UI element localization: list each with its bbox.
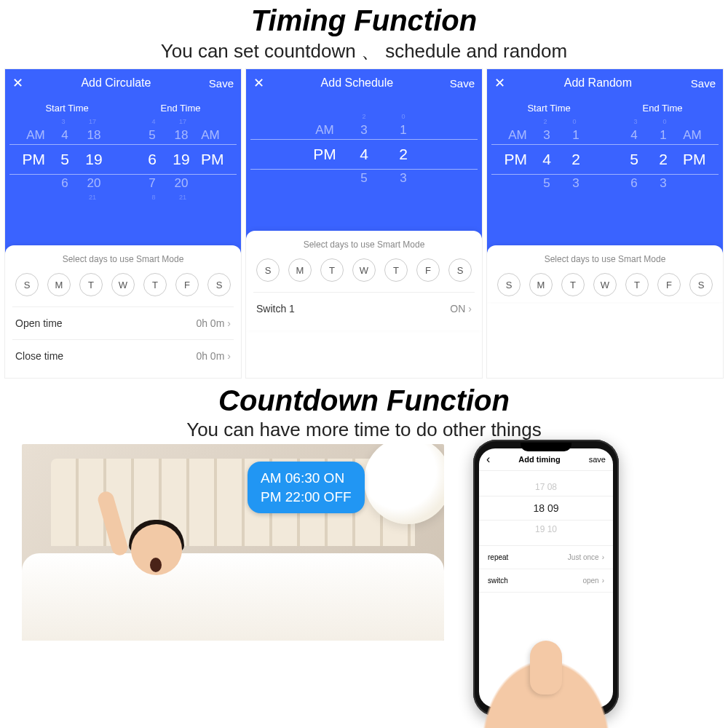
day-s2[interactable]: S — [207, 273, 231, 296]
close-time-row[interactable]: Close time 0h 0m› — [12, 339, 234, 372]
picker-row-selected: 18 09 — [479, 496, 613, 521]
repeat-row[interactable]: repeat Just once› — [479, 546, 613, 569]
day-s[interactable]: S — [497, 273, 521, 296]
day-t[interactable]: T — [561, 273, 585, 296]
countdown-section: Countdown Function You can have more tim… — [0, 380, 728, 724]
thumb-illustration — [530, 641, 562, 695]
timing-subtitle: You can set countdown 、 schedule and ran… — [0, 39, 728, 64]
smart-mode-card: Select days to use Smart Mode S M T W T … — [5, 245, 241, 378]
day-t[interactable]: T — [320, 258, 344, 282]
start-time-label: Start Time — [45, 103, 88, 114]
repeat-label: repeat — [488, 553, 508, 561]
picker-row: 17 08 — [479, 478, 613, 496]
card-label: Select days to use Smart Mode — [494, 254, 716, 264]
phone-save-button[interactable]: save — [589, 455, 606, 464]
lifestyle-photo: AM 06:30 ON PM 22:00 OFF — [22, 444, 444, 641]
day-m[interactable]: M — [288, 258, 312, 282]
open-time-label: Open time — [15, 317, 63, 329]
save-button[interactable]: Save — [209, 77, 234, 90]
chevron-right-icon: › — [227, 350, 231, 362]
picker-row: AM418 518AM — [9, 127, 237, 144]
day-t[interactable]: T — [79, 273, 103, 296]
open-time-row[interactable]: Open time 0h 0m› — [12, 306, 234, 339]
picker-row: AM31 41AM — [491, 127, 719, 144]
chevron-right-icon: › — [602, 553, 604, 561]
day-s2[interactable]: S — [448, 258, 472, 282]
countdown-title: Countdown Function — [0, 380, 728, 417]
day-selector: S M T W T F S — [12, 273, 234, 296]
screen-title: Add Circulate — [23, 76, 209, 90]
picker-row-selected: PM42 — [250, 139, 478, 170]
day-selector: S M T W T F S — [494, 273, 716, 296]
day-selector: S M T W T F S — [253, 258, 475, 282]
smart-mode-card: Select days to use Smart Mode S M T W T … — [246, 231, 482, 331]
back-icon[interactable]: ‹ — [486, 453, 490, 466]
picker-row: 20 — [250, 111, 478, 122]
screen-title: Add Schedule — [264, 76, 450, 90]
schedule-bubble: AM 06:30 ON PM 22:00 OFF — [248, 462, 365, 513]
card-label: Select days to use Smart Mode — [12, 254, 234, 264]
timing-title: Timing Function — [0, 0, 728, 37]
picker-row-selected: PM519 619PM — [9, 144, 237, 175]
day-t2[interactable]: T — [143, 273, 167, 296]
day-f[interactable]: F — [175, 273, 199, 296]
day-w[interactable]: W — [111, 273, 135, 296]
picker-row: 53 — [250, 170, 478, 187]
day-t2[interactable]: T — [625, 273, 649, 296]
day-s[interactable]: S — [256, 258, 280, 282]
screen-circulate: ✕ Add Circulate Save Start Time End Time… — [4, 68, 242, 379]
switch-label: switch — [488, 577, 508, 585]
day-w[interactable]: W — [352, 258, 376, 282]
close-time-label: Close time — [15, 350, 63, 362]
time-picker-dual[interactable]: Start Time End Time 317 417 AM418 518AM … — [5, 97, 241, 257]
phone-title: Add timing — [518, 455, 560, 464]
picker-row: 20 30 — [491, 116, 719, 127]
chevron-right-icon: › — [602, 577, 604, 585]
switch-row[interactable]: switch open› — [479, 569, 613, 593]
day-m[interactable]: M — [529, 273, 553, 296]
time-picker-dual[interactable]: Start Time End Time 20 30 AM31 41AM PM42… — [487, 97, 723, 257]
day-s2[interactable]: S — [689, 273, 713, 296]
close-icon[interactable]: ✕ — [12, 75, 23, 91]
day-f[interactable]: F — [657, 273, 681, 296]
chevron-right-icon: › — [227, 317, 231, 329]
phone-time-picker[interactable]: 17 08 18 09 19 10 — [479, 471, 613, 546]
picker-row: AM31 — [250, 122, 478, 139]
day-f[interactable]: F — [416, 258, 440, 282]
day-w[interactable]: W — [593, 273, 617, 296]
save-button[interactable]: Save — [691, 77, 716, 90]
picker-row: 21 821 — [9, 192, 237, 202]
save-button[interactable]: Save — [450, 77, 475, 90]
screens-row: ✕ Add Circulate Save Start Time End Time… — [0, 64, 728, 379]
screen-title: Add Random — [505, 76, 691, 90]
screen-schedule: ✕ Add Schedule Save 20 AM31 PM42 53 Sele… — [245, 68, 483, 379]
time-picker[interactable]: 20 AM31 PM42 53 — [246, 97, 482, 242]
day-s[interactable]: S — [15, 273, 39, 296]
day-t2[interactable]: T — [384, 258, 408, 282]
picker-row-selected: PM42 52PM — [491, 144, 719, 175]
picker-row: 620 720 — [9, 175, 237, 192]
bubble-line2: PM 22:00 OFF — [261, 488, 352, 507]
end-time-label: End Time — [643, 103, 683, 114]
chevron-right-icon: › — [468, 303, 472, 314]
start-time-label: Start Time — [527, 103, 570, 114]
switch-label: Switch 1 — [256, 303, 295, 314]
bubble-line1: AM 06:30 ON — [261, 469, 352, 488]
day-m[interactable]: M — [47, 273, 71, 296]
close-icon[interactable]: ✕ — [494, 75, 505, 91]
end-time-label: End Time — [161, 103, 201, 114]
card-label: Select days to use Smart Mode — [253, 240, 475, 250]
picker-row: 19 10 — [479, 521, 613, 538]
screen-random: ✕ Add Random Save Start Time End Time 20… — [486, 68, 724, 379]
countdown-subtitle: You can have more time to do other thing… — [0, 419, 728, 441]
switch-row[interactable]: Switch 1 ON› — [253, 292, 475, 325]
phone-mockup: ‹ Add timing save 17 08 18 09 19 10 repe… — [473, 440, 619, 716]
picker-row: 53 63 — [491, 175, 719, 192]
smart-mode-card: Select days to use Smart Mode S M T W T … — [487, 245, 723, 302]
picker-row: 317 417 — [9, 116, 237, 127]
close-icon[interactable]: ✕ — [253, 75, 264, 91]
